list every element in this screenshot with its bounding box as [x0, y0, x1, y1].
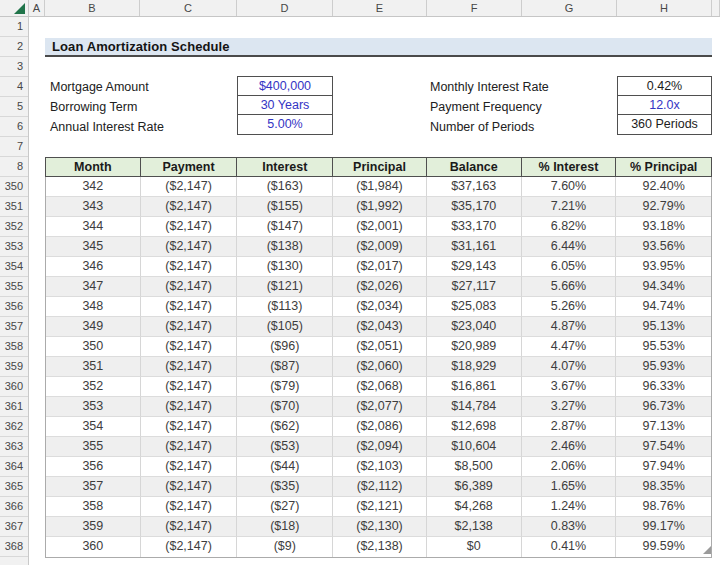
label-annual-interest-rate[interactable]: Annual Interest Rate: [50, 117, 164, 137]
table-cell[interactable]: 94.34%: [616, 277, 711, 297]
table-cell[interactable]: $20,989: [427, 337, 522, 357]
select-all-button[interactable]: [0, 0, 29, 16]
table-cell[interactable]: ($2,147): [141, 497, 238, 517]
table-cell[interactable]: 359: [46, 517, 141, 537]
table-cell[interactable]: 355: [46, 437, 141, 457]
table-cell[interactable]: ($96): [237, 337, 333, 357]
table-cell[interactable]: ($2,147): [141, 437, 238, 457]
row-header-350[interactable]: 350: [0, 177, 28, 197]
table-cell[interactable]: ($79): [237, 377, 333, 397]
table-cell[interactable]: $6,389: [427, 477, 522, 497]
table-cell[interactable]: ($2,147): [141, 537, 238, 557]
table-cell[interactable]: $27,117: [427, 277, 522, 297]
mortgage-amount-value[interactable]: $400,000: [238, 77, 332, 96]
annual-interest-rate-value[interactable]: 5.00%: [238, 115, 332, 134]
table-resize-handle[interactable]: [703, 546, 711, 554]
table-cell[interactable]: 93.95%: [616, 257, 711, 277]
table-cell[interactable]: ($27): [237, 497, 333, 517]
table-cell[interactable]: ($2,147): [141, 357, 238, 377]
table-cell[interactable]: ($147): [237, 217, 333, 237]
table-cell[interactable]: $12,698: [427, 417, 522, 437]
table-cell[interactable]: 7.60%: [522, 177, 617, 197]
column-header-f[interactable]: F: [427, 0, 522, 16]
table-cell[interactable]: ($2,138): [333, 537, 427, 557]
table-cell[interactable]: 0.83%: [522, 517, 617, 537]
column-header-balance[interactable]: Balance: [427, 158, 522, 176]
table-cell[interactable]: ($2,147): [141, 297, 238, 317]
table-cell[interactable]: 98.35%: [616, 477, 711, 497]
column-header-d[interactable]: D: [237, 0, 333, 16]
table-cell[interactable]: ($2,077): [333, 397, 427, 417]
table-cell[interactable]: ($2,034): [333, 297, 427, 317]
column-header-principal[interactable]: Principal: [333, 158, 427, 176]
table-cell[interactable]: ($2,147): [141, 477, 238, 497]
table-cell[interactable]: ($2,147): [141, 317, 238, 337]
table-cell[interactable]: ($2,147): [141, 257, 238, 277]
table-cell[interactable]: ($113): [237, 297, 333, 317]
table-cell[interactable]: ($2,147): [141, 337, 238, 357]
payment-frequency-value[interactable]: 12.0x: [618, 96, 711, 115]
table-cell[interactable]: 351: [46, 357, 141, 377]
table-cell[interactable]: 7.21%: [522, 197, 617, 217]
row-header-8[interactable]: 8: [0, 157, 28, 177]
table-cell[interactable]: 342: [46, 177, 141, 197]
table-cell[interactable]: ($2,060): [333, 357, 427, 377]
table-cell[interactable]: $23,040: [427, 317, 522, 337]
table-cell[interactable]: 93.56%: [616, 237, 711, 257]
table-cell[interactable]: $33,170: [427, 217, 522, 237]
table-cell[interactable]: 98.76%: [616, 497, 711, 517]
table-cell[interactable]: ($2,103): [333, 457, 427, 477]
table-cell[interactable]: 353: [46, 397, 141, 417]
table-cell[interactable]: $14,784: [427, 397, 522, 417]
table-cell[interactable]: $0: [427, 537, 522, 557]
table-cell[interactable]: 348: [46, 297, 141, 317]
row-header-367[interactable]: 367: [0, 517, 28, 537]
row-header-366[interactable]: 366: [0, 497, 28, 517]
row-header-364[interactable]: 364: [0, 457, 28, 477]
table-cell[interactable]: ($2,147): [141, 197, 238, 217]
table-cell[interactable]: 92.79%: [616, 197, 711, 217]
table-cell[interactable]: 6.05%: [522, 257, 617, 277]
column-header-h[interactable]: H: [617, 0, 712, 16]
table-cell[interactable]: 4.47%: [522, 337, 617, 357]
row-header-368[interactable]: 368: [0, 537, 28, 557]
table-cell[interactable]: ($62): [237, 417, 333, 437]
table-cell[interactable]: $31,161: [427, 237, 522, 257]
table-cell[interactable]: ($2,147): [141, 237, 238, 257]
column-header-interest[interactable]: Interest: [237, 158, 333, 176]
table-cell[interactable]: ($9): [237, 537, 333, 557]
table-cell[interactable]: $35,170: [427, 197, 522, 217]
table-cell[interactable]: 6.44%: [522, 237, 617, 257]
row-header-363[interactable]: 363: [0, 437, 28, 457]
table-cell[interactable]: ($138): [237, 237, 333, 257]
row-header-356[interactable]: 356: [0, 297, 28, 317]
row-header-353[interactable]: 353: [0, 237, 28, 257]
column-header-g[interactable]: G: [522, 0, 617, 16]
table-cell[interactable]: ($44): [237, 457, 333, 477]
table-cell[interactable]: 354: [46, 417, 141, 437]
table-cell[interactable]: $16,861: [427, 377, 522, 397]
table-cell[interactable]: ($2,147): [141, 377, 238, 397]
row-header-361[interactable]: 361: [0, 397, 28, 417]
table-cell[interactable]: 3.27%: [522, 397, 617, 417]
table-cell[interactable]: ($155): [237, 197, 333, 217]
row-header-1[interactable]: 1: [0, 17, 28, 37]
table-cell[interactable]: ($2,112): [333, 477, 427, 497]
row-header-358[interactable]: 358: [0, 337, 28, 357]
column-header-interest[interactable]: % Interest: [522, 158, 617, 176]
column-header-principal[interactable]: % Principal: [616, 158, 711, 176]
table-cell[interactable]: $25,083: [427, 297, 522, 317]
table-cell[interactable]: ($2,147): [141, 457, 238, 477]
table-cell[interactable]: ($121): [237, 277, 333, 297]
row-header-365[interactable]: 365: [0, 477, 28, 497]
table-cell[interactable]: ($2,051): [333, 337, 427, 357]
table-cell[interactable]: ($163): [237, 177, 333, 197]
table-cell[interactable]: ($87): [237, 357, 333, 377]
table-cell[interactable]: 6.82%: [522, 217, 617, 237]
table-cell[interactable]: 93.18%: [616, 217, 711, 237]
table-cell[interactable]: $18,929: [427, 357, 522, 377]
table-cell[interactable]: ($2,026): [333, 277, 427, 297]
table-cell[interactable]: ($18): [237, 517, 333, 537]
table-cell[interactable]: $2,138: [427, 517, 522, 537]
table-cell[interactable]: 99.59%: [616, 537, 711, 557]
